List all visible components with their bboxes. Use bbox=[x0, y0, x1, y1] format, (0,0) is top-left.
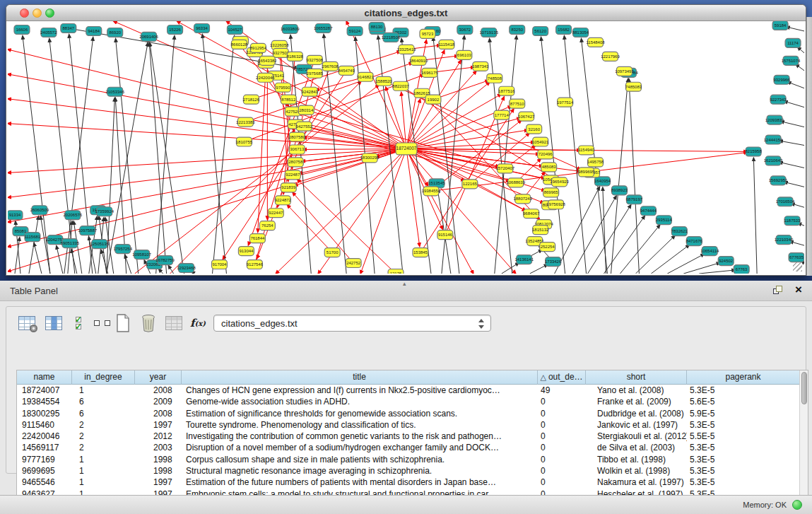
graph-node[interactable]: 16033809 bbox=[281, 24, 300, 33]
graph-node[interactable]: 12093832 bbox=[765, 115, 784, 124]
graph-node[interactable]: 306713 bbox=[289, 145, 305, 154]
table-cell[interactable]: 9465546 bbox=[17, 477, 72, 488]
citation-edge-black[interactable] bbox=[582, 39, 608, 274]
graph-node[interactable]: 59124 bbox=[347, 26, 363, 35]
graph-node[interactable]: 877510 bbox=[510, 99, 525, 108]
graph-node[interactable]: 59051335 bbox=[61, 239, 80, 248]
column-select-icon[interactable] bbox=[43, 313, 64, 334]
table-cell[interactable]: 49 bbox=[538, 385, 586, 396]
table-cell[interactable]: 9699695 bbox=[17, 465, 72, 477]
table-row[interactable]: 969969511998Structural magnetic resonanc… bbox=[17, 465, 800, 477]
graph-node[interactable]: 8813054 bbox=[572, 28, 589, 37]
graph-node[interactable]: 979590 bbox=[275, 83, 290, 92]
graph-node[interactable]: 280314 bbox=[298, 105, 314, 115]
graph-node[interactable]: 1154940 bbox=[578, 146, 594, 155]
graph-node[interactable]: 12213383 bbox=[236, 117, 255, 127]
table-cell[interactable]: Corpus callosum shape and size in male p… bbox=[182, 454, 538, 465]
graph-node[interactable]: 9474444 bbox=[640, 206, 657, 216]
table-cell[interactable]: 5.3E-5 bbox=[687, 454, 800, 465]
graph-node[interactable]: 12218506 bbox=[382, 33, 401, 42]
table-row[interactable]: 1830029562008Estimation of significance … bbox=[17, 408, 800, 419]
citation-edge-black[interactable] bbox=[156, 36, 175, 274]
graph-node[interactable]: 922447 bbox=[268, 209, 283, 218]
graph-node[interactable]: 915146 bbox=[437, 230, 453, 240]
table-row[interactable]: 1456911722003Disruption of a novel membe… bbox=[17, 442, 800, 453]
column-header-pagerank[interactable]: pagerank bbox=[687, 370, 800, 385]
graph-node[interactable]: 1495758 bbox=[587, 158, 604, 167]
table-cell[interactable]: Wolkin et al. (1998) bbox=[586, 465, 687, 477]
graph-node[interactable]: 9127546 bbox=[247, 260, 264, 269]
graph-node[interactable]: 76254 bbox=[259, 221, 275, 230]
graph-node[interactable]: 18640910 bbox=[409, 56, 428, 65]
table-row[interactable]: 911546021997Tourette syndrome. Phenomeno… bbox=[17, 419, 800, 431]
graph-node[interactable]: 7832621 bbox=[671, 227, 688, 236]
table-cell[interactable]: 0 bbox=[538, 477, 586, 488]
citation-edge-black[interactable] bbox=[588, 205, 631, 274]
graph-node[interactable]: 83250 bbox=[510, 25, 525, 34]
citation-edge-black[interactable] bbox=[34, 243, 42, 274]
graph-node[interactable]: 9329966 bbox=[773, 75, 790, 84]
citation-edge-red[interactable] bbox=[8, 124, 406, 149]
delete-trash-icon[interactable] bbox=[138, 313, 159, 334]
graph-node[interactable]: 8471676 bbox=[686, 237, 703, 246]
table-cell[interactable]: 9115460 bbox=[17, 419, 72, 431]
citation-edge-black[interactable] bbox=[781, 122, 804, 127]
graph-node[interactable]: 9227343 bbox=[770, 95, 787, 104]
table-cell[interactable]: 0 bbox=[538, 408, 586, 419]
citation-edge-red[interactable] bbox=[406, 94, 501, 148]
citation-edge-red[interactable] bbox=[360, 148, 406, 274]
table-cell[interactable]: 22420046 bbox=[17, 431, 72, 442]
float-panel-icon[interactable] bbox=[773, 286, 784, 296]
table-cell[interactable]: Investigating the contribution of common… bbox=[182, 431, 538, 442]
graph-node[interactable]: 19902 bbox=[425, 95, 441, 104]
table-cell[interactable]: Estimation of the future numbers of pati… bbox=[182, 477, 538, 488]
graph-node[interactable]: 15720407 bbox=[495, 164, 514, 173]
citation-edge-black[interactable] bbox=[572, 196, 616, 274]
table-cell[interactable]: 5.3E-5 bbox=[687, 419, 800, 431]
graph-node[interactable]: 878512 bbox=[281, 95, 296, 104]
table-cell[interactable]: 5.3E-5 bbox=[687, 477, 800, 488]
graph-node[interactable]: 17016504 bbox=[776, 197, 795, 206]
graph-node[interactable]: 22420046 bbox=[256, 73, 275, 82]
citation-edge-black[interactable] bbox=[29, 216, 38, 274]
graph-node[interactable]: 7485083 bbox=[625, 82, 642, 91]
citation-edge-black[interactable] bbox=[611, 79, 628, 274]
table-row[interactable]: 1938455462009Genome-wide association stu… bbox=[17, 396, 800, 407]
table-cell[interactable]: 0 bbox=[538, 442, 586, 453]
graph-node[interactable]: 17957254 bbox=[113, 245, 132, 254]
graph-node[interactable]: 21053346 bbox=[105, 87, 124, 96]
table-settings-icon[interactable] bbox=[16, 313, 37, 334]
citation-edge-black[interactable] bbox=[779, 162, 804, 168]
citation-edge-black[interactable] bbox=[651, 245, 689, 274]
table-cell[interactable]: 2009 bbox=[135, 396, 182, 407]
graph-node[interactable]: 177714 bbox=[494, 110, 510, 119]
table-cell[interactable]: 0 bbox=[538, 454, 586, 465]
table-row[interactable]: 977716911998Corpus callosum shape and si… bbox=[17, 454, 800, 465]
graph-node[interactable]: 1977514 bbox=[557, 98, 574, 107]
table-cell[interactable]: Tibbo et al. (1998) bbox=[586, 454, 687, 465]
graph-node[interactable]: 748508 bbox=[487, 74, 502, 83]
table-cell[interactable]: 1 bbox=[72, 465, 135, 477]
graph-node[interactable]: 1877516 bbox=[498, 86, 515, 95]
table-cell[interactable]: Structural magnetic resonance image aver… bbox=[182, 465, 538, 477]
table-cell[interactable]: 2 bbox=[72, 442, 135, 453]
graph-node[interactable]: 18724007 bbox=[396, 143, 417, 155]
table-cell[interactable]: Stergiakouli et al. (2012) bbox=[586, 431, 687, 442]
graph-node[interactable]: 95723 bbox=[420, 29, 435, 38]
column-header-in-degree[interactable]: in_degree bbox=[72, 370, 135, 385]
citation-edge-black[interactable] bbox=[40, 216, 49, 274]
citation-edge-black[interactable] bbox=[779, 141, 804, 145]
function-builder-icon[interactable]: f(x) bbox=[187, 313, 208, 334]
graph-node[interactable]: 88130 bbox=[369, 22, 384, 31]
graph-node[interactable]: 19756928 bbox=[546, 200, 565, 209]
citation-edge-black[interactable] bbox=[787, 82, 804, 88]
table-cell[interactable]: Nakamura et al. (1997) bbox=[586, 477, 687, 488]
column-header-title[interactable]: title bbox=[182, 370, 538, 385]
graph-node[interactable]: 8912954 bbox=[250, 43, 267, 52]
graph-node[interactable]: 11174 bbox=[785, 38, 801, 47]
citation-edge-red[interactable] bbox=[170, 81, 361, 274]
graph-node[interactable]: 94184 bbox=[86, 26, 102, 35]
graph-node[interactable]: 56120 bbox=[533, 26, 548, 35]
graph-node[interactable]: 20206576 bbox=[64, 211, 83, 220]
graph-node[interactable]: 917004 bbox=[211, 260, 227, 269]
